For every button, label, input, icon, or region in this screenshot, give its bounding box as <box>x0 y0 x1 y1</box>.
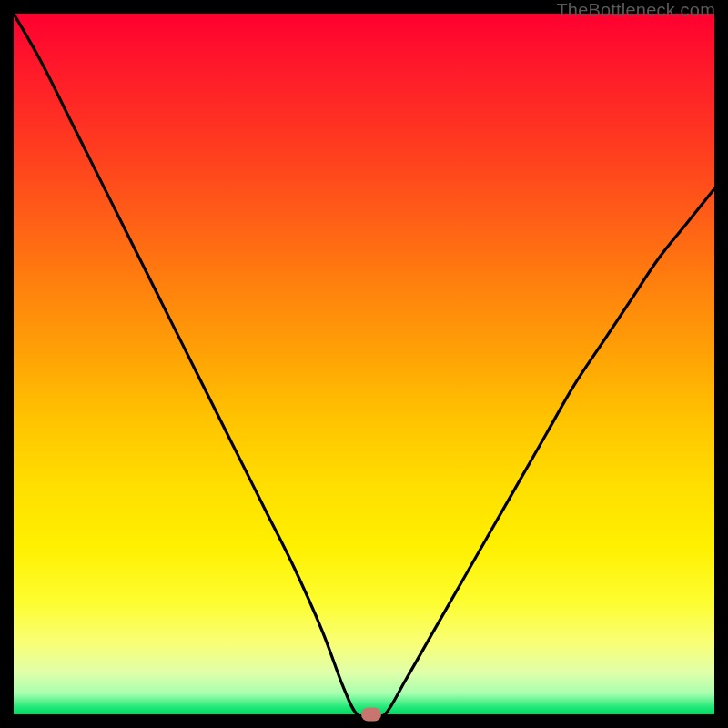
bottleneck-curve <box>14 14 714 714</box>
watermark-text: TheBottleneck.com <box>556 0 715 21</box>
chart-container: TheBottleneck.com <box>0 0 728 728</box>
curve-svg <box>14 14 714 714</box>
optimal-point-marker <box>361 708 381 722</box>
plot-area <box>14 14 714 714</box>
